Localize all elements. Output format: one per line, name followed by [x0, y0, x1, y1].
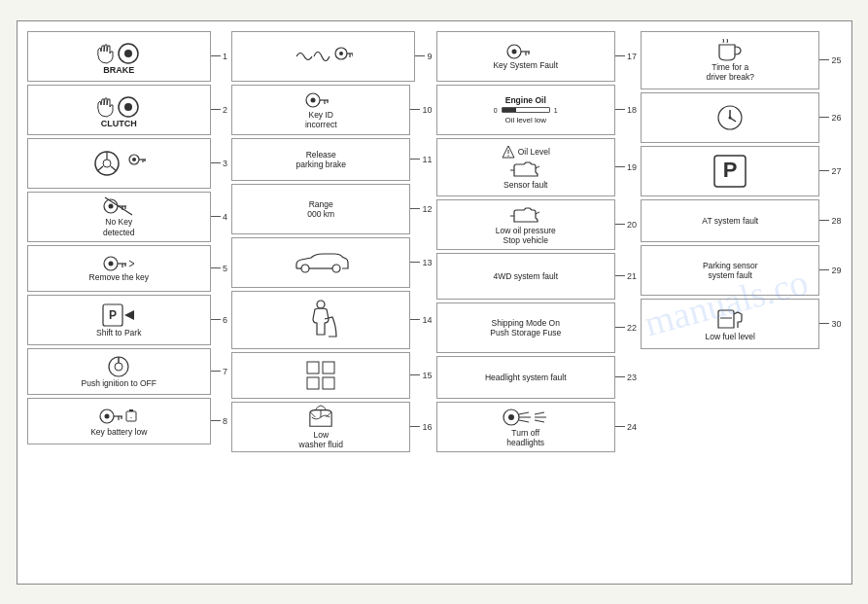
line-29	[819, 269, 829, 270]
line-7	[211, 371, 221, 372]
num-30: 30	[831, 319, 841, 329]
line-23	[615, 376, 625, 377]
item-box-14	[231, 291, 410, 349]
item-25: Time for adriver break? 25	[641, 31, 842, 89]
svg-point-15	[109, 204, 114, 209]
clock-key-icon	[714, 104, 746, 131]
item-box-25: Time for adriver break?	[641, 31, 819, 89]
parking-sensor-label: Parking sensorsystem fault	[703, 261, 758, 280]
num-14: 14	[422, 315, 432, 325]
num-25: 25	[831, 55, 841, 65]
item-10: Key IDincorrect 10	[231, 85, 433, 135]
item-5: Remove the key 5	[27, 245, 228, 292]
item-box-23: Headlight system fault	[436, 356, 615, 399]
clutch-icon	[93, 91, 144, 119]
item-box-21: 4WD system fault	[436, 253, 615, 300]
item-box-19: Oil Level Sensor fault	[436, 138, 615, 196]
line-30	[819, 323, 829, 324]
key-battery-label: Key battery low	[90, 427, 147, 437]
num-29: 29	[831, 266, 841, 275]
num-16: 16	[422, 422, 432, 432]
line-25	[819, 59, 829, 60]
sensor-fault-label: Sensor fault	[503, 180, 547, 190]
line-17	[615, 55, 625, 56]
num-8: 8	[223, 416, 227, 426]
svg-line-8	[111, 166, 117, 171]
item-box-28: AT system fault	[641, 199, 819, 242]
svg-line-72	[535, 412, 544, 414]
line-16	[410, 426, 420, 427]
item-18: Engine Oil 0 1 Oil level low 18	[436, 85, 638, 135]
num-12: 12	[422, 204, 432, 214]
svg-point-48	[301, 265, 309, 272]
svg-text:-: -	[130, 413, 133, 420]
item-box-29: Parking sensorsystem fault	[641, 245, 819, 296]
svg-line-7	[97, 166, 103, 171]
oil-pressure-label: Low oil pressureStop vehicle	[496, 226, 556, 245]
svg-point-39	[339, 52, 343, 55]
oil-pressure-icon	[510, 204, 541, 226]
svg-line-69	[519, 412, 529, 414]
shift-park-label: Shift to Park	[96, 328, 141, 338]
item-box-7: Push ignition to OFF	[27, 348, 211, 395]
num-18: 18	[627, 105, 637, 115]
num-28: 28	[831, 216, 841, 226]
num-1: 1	[223, 52, 227, 61]
svg-rect-36	[129, 409, 133, 411]
headlight-label: Headlight system fault	[485, 373, 567, 382]
item-box-6: P Shift to Park	[27, 295, 211, 345]
key-battery-icon: -	[99, 406, 138, 427]
svg-point-10	[132, 158, 136, 161]
item-19: Oil Level Sensor fault 19	[436, 138, 638, 196]
range-label: Range000 km	[307, 199, 334, 219]
num-2: 2	[223, 105, 227, 115]
num-4: 4	[223, 212, 227, 222]
item-box-16: Lowwasher fluid	[231, 402, 410, 452]
headlight-off-label: Turn offheadlights	[506, 428, 544, 447]
clutch-label: CLUTCH	[101, 119, 137, 128]
svg-point-5	[103, 160, 111, 167]
item-8: - Key battery low 8	[27, 398, 228, 444]
svg-line-71	[519, 420, 529, 422]
item-22: Shipping Mode OnPush Storage Fuse 22	[436, 302, 638, 353]
driver-break-label: Time for adriver break?	[706, 62, 754, 82]
item-box-8: - Key battery low	[27, 398, 211, 444]
item-box-3	[27, 138, 211, 189]
line-12	[410, 208, 420, 209]
line-22	[615, 327, 625, 328]
engine-oil-label: Engine Oil	[505, 95, 546, 105]
item-box-15	[231, 352, 410, 399]
line-19	[615, 166, 625, 167]
washer-icon	[301, 405, 340, 430]
item-15: 15	[231, 352, 433, 399]
key-fault-label: Key System Fault	[493, 60, 558, 70]
oil-level-label: Oil level low	[504, 116, 546, 124]
svg-rect-53	[307, 362, 319, 373]
line-3	[211, 162, 221, 163]
item-9: 9	[231, 31, 433, 82]
item-20: Low oil pressureStop vehicle 20	[436, 199, 638, 250]
item-3: 3	[27, 138, 228, 189]
parking-p-icon: P	[711, 154, 749, 189]
car-side-icon	[292, 247, 350, 278]
item-box-10: Key IDincorrect	[231, 85, 410, 135]
column-4: Time for adriver break? 25 26	[641, 31, 842, 574]
line-10	[410, 109, 420, 110]
num-5: 5	[223, 264, 227, 273]
key-id-label: Key IDincorrect	[305, 110, 337, 129]
shipping-label: Shipping Mode OnPush Storage Fuse	[490, 318, 561, 338]
steering-key-icon	[89, 150, 148, 177]
ignition-label: Push ignition to OFF	[82, 378, 156, 388]
num-27: 27	[831, 166, 841, 176]
line-26	[819, 117, 829, 118]
num-22: 22	[627, 323, 637, 333]
svg-line-57	[310, 411, 316, 417]
item-box-11: Releaseparking brake	[231, 138, 410, 181]
svg-point-52	[317, 301, 325, 308]
headlight-off-icon	[502, 407, 550, 428]
num-3: 3	[223, 159, 227, 168]
num-23: 23	[627, 373, 637, 382]
coffee-icon	[715, 39, 745, 62]
item-2: CLUTCH 2	[27, 85, 228, 135]
item-box-4: No Keydetected	[27, 192, 211, 242]
